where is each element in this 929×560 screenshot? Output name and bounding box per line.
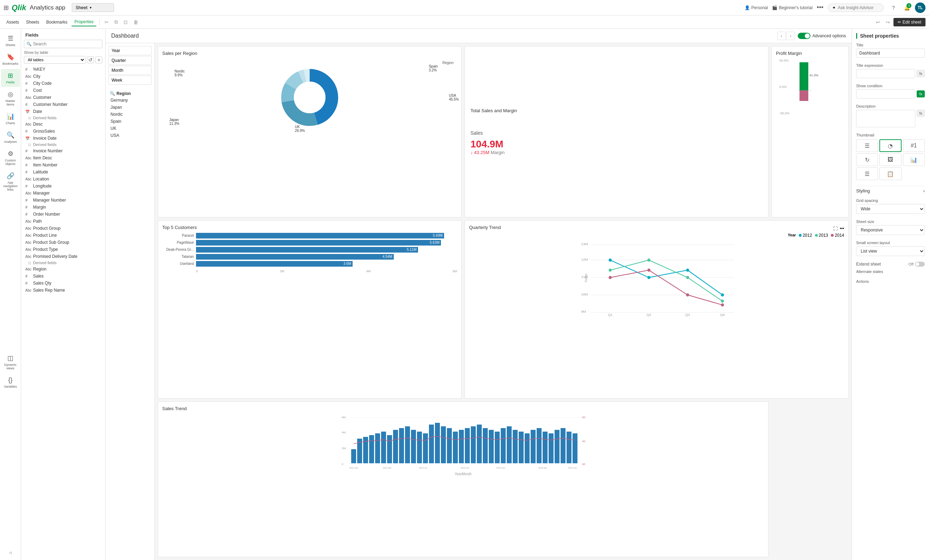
thumbnail-sheet2[interactable]: ☰ — [856, 167, 878, 180]
list-item[interactable]: AbcPromised Delivery Date — [21, 253, 105, 260]
region-item-germany[interactable]: Germany — [108, 97, 152, 104]
assets-button[interactable]: Assets — [3, 18, 22, 26]
fx-button[interactable]: fx — [917, 70, 925, 77]
region-item-usa[interactable]: USA — [108, 132, 152, 139]
collapse-nav-button[interactable]: ◁ — [1, 548, 20, 557]
bookmarks-button[interactable]: Bookmarks — [43, 18, 70, 26]
filter-year[interactable]: Year — [108, 46, 152, 55]
properties-button[interactable]: Properties — [71, 18, 97, 26]
list-item[interactable]: #Manager Number — [21, 197, 105, 203]
paste-icon[interactable]: ⊡ — [121, 18, 130, 26]
sheet-size-select[interactable]: Responsive — [856, 225, 925, 235]
list-item[interactable]: #Margin — [21, 203, 105, 211]
list-item[interactable]: AbcLocation — [21, 176, 105, 182]
fields-search-bar[interactable]: 🔍 — [24, 40, 103, 48]
cut-icon[interactable]: ✂ — [103, 18, 111, 26]
personal-button[interactable]: 👤 Personal — [745, 5, 768, 10]
list-item[interactable]: #Item Number — [21, 161, 105, 168]
region-item-japan[interactable]: Japan — [108, 104, 152, 111]
fx-button-3[interactable]: fx — [917, 110, 925, 117]
sidebar-item-fields[interactable]: ⊞ Fields — [1, 69, 20, 87]
list-item[interactable]: 📅Date — [21, 108, 105, 115]
sidebar-item-custom-objects[interactable]: ⚙ Custom objects — [1, 147, 20, 168]
list-item[interactable]: AbcManager — [21, 190, 105, 197]
styling-section[interactable]: Styling › — [856, 186, 925, 196]
thumbnail-pie[interactable]: ◔ — [879, 139, 901, 152]
advanced-options-toggle[interactable]: Advanced options — [798, 33, 846, 39]
thumbnail-sheet[interactable]: ☰ — [856, 139, 878, 152]
more-icon[interactable]: ••• — [840, 226, 844, 231]
thumbnail-image[interactable]: 🖼 — [879, 153, 901, 166]
ask-insight-input[interactable] — [838, 5, 877, 10]
thumbnail-bar[interactable]: 📊 — [903, 153, 925, 166]
sidebar-item-charts[interactable]: 📊 Charts — [1, 110, 20, 128]
search-input[interactable] — [33, 41, 100, 46]
region-item-nordic[interactable]: Nordic — [108, 111, 152, 118]
filter-month[interactable]: Month — [108, 66, 152, 75]
list-item[interactable]: AbcSales Rep Name — [21, 287, 105, 294]
sidebar-item-dynamic-views[interactable]: ◫ Dynamic views — [1, 351, 20, 373]
title-expression-input[interactable] — [856, 69, 915, 78]
sheets-button[interactable]: Sheets — [23, 18, 42, 26]
list-item[interactable]: AbcProduct Group — [21, 225, 105, 232]
list-item[interactable]: #City Code — [21, 80, 105, 87]
sidebar-item-sheets[interactable]: ☰ Sheets — [1, 32, 20, 50]
region-item-spain[interactable]: Spain — [108, 118, 152, 125]
list-item[interactable]: ⊡Derived fields — [21, 260, 105, 266]
sheet-dropdown[interactable]: Sheet ▾ — [72, 3, 114, 12]
prev-arrow[interactable]: ‹ — [777, 32, 786, 40]
copy-icon[interactable]: ⧉ — [112, 18, 120, 26]
list-item[interactable]: AbcCity — [21, 73, 105, 80]
notifications-button[interactable]: 🔔 3 — [901, 3, 912, 13]
thumbnail-hash[interactable]: #1 — [903, 139, 925, 152]
fx-button-2[interactable]: fx — [917, 90, 925, 98]
sidebar-item-analyses[interactable]: 🔍 Analyses — [1, 129, 20, 146]
thumbnail-column[interactable]: 📋 — [879, 167, 901, 180]
avatar[interactable]: TL — [915, 3, 926, 13]
edit-sheet-button[interactable]: ✏ Edit sheet — [894, 18, 926, 26]
list-item[interactable]: AbcDesc — [21, 121, 105, 128]
filter-quarter[interactable]: Quarter — [108, 56, 152, 65]
list-item[interactable]: ⊡Derived fields — [21, 115, 105, 121]
title-input[interactable] — [856, 49, 925, 58]
refresh-button[interactable]: ↺ — [87, 56, 94, 63]
description-textarea[interactable] — [856, 110, 915, 127]
list-item[interactable]: AbcProduct Sub Group — [21, 239, 105, 246]
next-arrow[interactable]: › — [786, 32, 795, 40]
sidebar-item-app-nav[interactable]: 🔗 App navigation links — [1, 169, 20, 194]
list-item[interactable]: AbcProduct Line — [21, 232, 105, 239]
list-item[interactable]: #Sales Qty — [21, 280, 105, 287]
list-item[interactable]: #Longitude — [21, 182, 105, 190]
list-item[interactable]: AbcPath — [21, 218, 105, 225]
small-screen-select[interactable]: List view — [856, 246, 925, 256]
add-field-button[interactable]: + — [95, 56, 103, 63]
delete-icon[interactable]: 🗑 — [131, 18, 140, 26]
ask-insight-bar[interactable]: ✦ — [828, 3, 884, 12]
toggle-switch[interactable] — [798, 33, 810, 39]
list-item[interactable]: 📅Invoice Date — [21, 135, 105, 142]
show-condition-input[interactable] — [856, 89, 915, 98]
thumbnail-refresh[interactable]: ↻ — [856, 153, 878, 166]
tutorial-button[interactable]: 🎬 Beginner's tutorial — [772, 5, 812, 10]
table-select[interactable]: All tables — [24, 56, 86, 64]
list-item[interactable]: AbcRegion — [21, 266, 105, 272]
list-item[interactable]: AbcItem Desc — [21, 155, 105, 161]
list-item[interactable]: #Invoice Number — [21, 147, 105, 155]
undo-icon[interactable]: ↩ — [874, 18, 882, 26]
help-button[interactable]: ? — [888, 3, 899, 13]
list-item[interactable]: #Customer Number — [21, 101, 105, 108]
list-item[interactable]: AbcProduct Type — [21, 246, 105, 253]
filter-week[interactable]: Week — [108, 76, 152, 85]
list-item[interactable]: AbcCustomer — [21, 94, 105, 101]
sidebar-item-variables[interactable]: {} Variables — [1, 373, 20, 391]
more-icon[interactable]: ••• — [817, 4, 823, 11]
list-item[interactable]: #Cost — [21, 87, 105, 94]
grid-icon[interactable]: ⊞ — [3, 4, 9, 12]
list-item[interactable]: #GrossSales — [21, 128, 105, 135]
list-item[interactable]: #Order Number — [21, 211, 105, 218]
extend-sheet-toggle[interactable] — [915, 262, 925, 267]
list-item[interactable]: ⊡Derived fields — [21, 142, 105, 147]
sidebar-item-bookmarks[interactable]: 🔖 Bookmarks — [1, 50, 20, 68]
grid-spacing-select[interactable]: Wide — [856, 204, 925, 214]
list-item[interactable]: #%KEY — [21, 66, 105, 73]
